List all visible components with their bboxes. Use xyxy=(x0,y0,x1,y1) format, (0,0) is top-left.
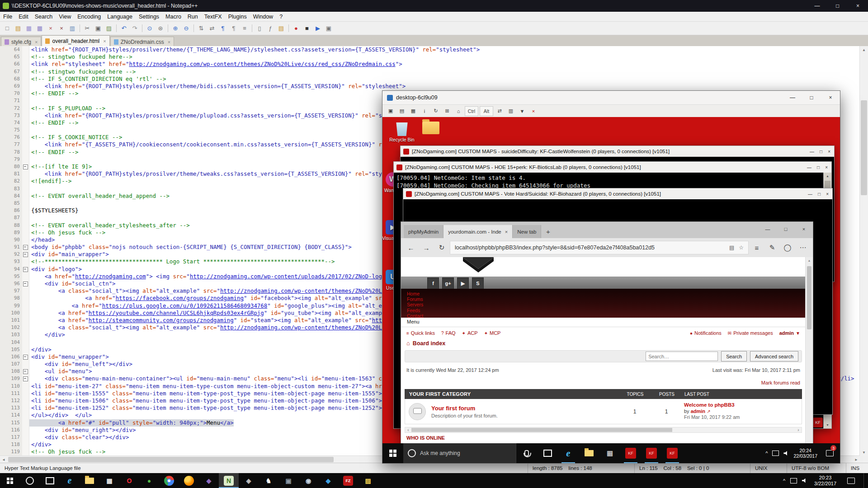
nav-link-contact[interactable]: Contact xyxy=(401,313,806,319)
connection-info-icon[interactable]: i xyxy=(419,107,430,116)
code-line-64[interactable]: 64<link href="{ROOT_PATH}styles/prosilve… xyxy=(0,46,860,53)
remote-clock[interactable]: 20:24 22/03/2017 xyxy=(793,448,817,459)
sync-vertical-icon[interactable]: ⇅ xyxy=(196,23,206,33)
paste-icon[interactable]: ▨ xyxy=(104,23,114,33)
save-icon[interactable]: ▦ xyxy=(24,23,34,33)
zoom-in-icon[interactable]: ⊕ xyxy=(170,23,180,33)
nav-link-servers[interactable]: Servers xyxy=(401,302,806,307)
display-icon[interactable] xyxy=(772,450,779,456)
tab-close-icon[interactable]: × xyxy=(505,229,508,235)
mcp-link[interactable]: ✦ MCP xyxy=(484,330,501,336)
code-line-65[interactable]: 65<!-- stingtwo fuckuped here--> xyxy=(0,53,860,61)
remote-desktop[interactable]: Recycle Bin W Wamp... ▶ Visual C... U Us… xyxy=(382,117,840,443)
web-note-icon[interactable]: ✎ xyxy=(765,240,779,255)
minimize-button[interactable]: — xyxy=(810,149,814,154)
tab-close-icon[interactable]: × xyxy=(168,39,170,45)
microphone-button[interactable] xyxy=(516,443,537,463)
table-horizontal-scrollbar[interactable]: ‹ › xyxy=(405,427,802,433)
scroll-down-icon[interactable]: ▼ xyxy=(824,422,831,428)
close-button[interactable]: × xyxy=(826,192,829,197)
maximize-button[interactable]: □ xyxy=(817,165,820,170)
volume-icon[interactable] xyxy=(802,479,807,483)
tray-expand-icon[interactable]: ^ xyxy=(783,478,785,483)
full-screen-icon[interactable]: ⊞ xyxy=(442,107,453,116)
send-ctrl-alt-del-icon[interactable]: ⌂ xyxy=(453,107,464,116)
host-clock[interactable]: 20:23 3/22/2017 xyxy=(812,475,838,487)
nav-link-home[interactable]: Home xyxy=(401,289,806,296)
refresh-button[interactable]: ↻ xyxy=(434,240,449,255)
taskbar-icon-yellow-app[interactable]: ▨ xyxy=(358,473,378,488)
faq-link[interactable]: ? FAQ xyxy=(441,330,456,336)
scroll-up-icon[interactable]: ▲ xyxy=(860,46,868,53)
taskbar-icon-chrome[interactable] xyxy=(159,473,179,488)
display-icon[interactable] xyxy=(790,478,797,483)
folder-as-workspace-icon[interactable]: ▤ xyxy=(276,23,286,33)
npp-menu-0[interactable]: File xyxy=(0,14,15,20)
indent-guide-icon[interactable]: ≡ xyxy=(240,23,250,33)
remote-taskbar-icon-edge[interactable]: e xyxy=(558,443,579,463)
redo-icon[interactable]: ↷ xyxy=(130,23,140,33)
taskbar-icon-store[interactable]: ▦ xyxy=(99,473,119,488)
taskbar-icon-blue-app[interactable]: ◆ xyxy=(318,473,338,488)
maximize-button[interactable]: □ xyxy=(820,149,822,154)
minimize-button[interactable]: — xyxy=(808,192,812,197)
fold-marker-icon[interactable] xyxy=(22,375,29,382)
google-plus-icon[interactable]: g+ xyxy=(442,277,454,289)
scroll-right-icon[interactable]: › xyxy=(795,427,802,432)
new-file-icon[interactable]: □ xyxy=(2,23,12,33)
taskbar-icon-notepad-plus-plus[interactable]: N xyxy=(219,473,239,488)
nav-link-forums[interactable]: Forums xyxy=(401,296,806,302)
share-icon[interactable]: ◯ xyxy=(780,240,795,255)
hub-icon[interactable]: ≡ xyxy=(750,240,764,255)
taskbar-icon-edge[interactable]: e xyxy=(60,473,80,488)
show-desktop-button[interactable] xyxy=(863,473,866,488)
remote-taskbar-icon-kf-server-1[interactable]: KF xyxy=(620,443,641,463)
npp-menu-5[interactable]: Language xyxy=(104,14,136,20)
remote-taskbar-icon-file-explorer[interactable] xyxy=(579,443,599,463)
alt-key-icon[interactable]: Alt xyxy=(480,106,493,116)
close-button[interactable]: × xyxy=(821,91,840,104)
remote-taskbar-icon-store[interactable]: ▦ xyxy=(599,443,620,463)
notifications-link[interactable]: ● Notifications xyxy=(690,330,722,336)
npp-menu-1[interactable]: Edit xyxy=(15,14,32,20)
search-button[interactable]: Search xyxy=(721,351,747,361)
disconnect-icon[interactable]: × xyxy=(528,107,539,116)
facebook-icon[interactable]: f xyxy=(427,277,439,289)
code-line-67[interactable]: 67<!-- stingtwo fuckuped here --> xyxy=(0,68,860,75)
tray-expand-icon[interactable]: ^ xyxy=(765,450,768,456)
editor-vertical-scrollbar[interactable]: ▲ ▼ xyxy=(859,46,868,456)
fold-marker-icon[interactable] xyxy=(22,163,29,170)
action-center-button[interactable] xyxy=(843,473,859,488)
taskbar-icon-chess-app[interactable]: ♞ xyxy=(259,473,278,488)
code-line-69[interactable]: 69 <link href="{ROOT_PATH}styles/prosilv… xyxy=(0,83,860,90)
znod-logo[interactable] xyxy=(460,257,497,276)
fold-marker-icon[interactable] xyxy=(22,353,29,361)
maximize-button[interactable]: □ xyxy=(802,91,821,104)
sync-horizontal-icon[interactable]: ⇄ xyxy=(207,23,217,33)
kf-server-2-titlebar[interactable]: [ZNoDgaming.com] CUSTOM MAPS - HOE 15+pe… xyxy=(394,162,831,173)
taskbar-icon-filezilla[interactable]: FZ xyxy=(338,473,358,488)
scroll-left-icon[interactable]: ‹ xyxy=(405,427,411,432)
npp-tab-2[interactable]: ZNoDredmain.css× xyxy=(110,37,174,47)
close-button[interactable]: × xyxy=(828,149,830,154)
cut-icon[interactable]: ✂ xyxy=(82,23,92,33)
scroll-left-icon[interactable]: ◄ xyxy=(0,456,7,463)
more-icon[interactable]: ⋯ xyxy=(796,240,810,255)
npp-menu-7[interactable]: Macro xyxy=(162,14,184,20)
fold-marker-icon[interactable] xyxy=(22,266,29,273)
npp-tab-0[interactable]: style.cfg× xyxy=(1,37,41,47)
browser-tab-new-tab[interactable]: New tab xyxy=(513,225,541,238)
browser-tab-yourdomain[interactable]: yourdomain.com - Inde × xyxy=(443,225,513,238)
remote-search-box[interactable]: Ask me anything xyxy=(403,443,516,463)
task-view-button[interactable] xyxy=(537,443,558,463)
show-all-characters-icon[interactable]: ¶ xyxy=(229,23,239,33)
open-file-icon[interactable]: ▤ xyxy=(13,23,23,33)
taskbar-icon-green-app[interactable]: ● xyxy=(139,473,159,488)
scrollbar-thumb[interactable] xyxy=(411,428,672,432)
npp-menu-2[interactable]: Search xyxy=(32,14,56,20)
last-post-user-link[interactable]: admin xyxy=(691,408,705,414)
search-input[interactable] xyxy=(646,352,718,361)
npp-menu-10[interactable]: Plugins xyxy=(225,14,250,20)
desktop-icon-folder[interactable] xyxy=(417,122,445,135)
quick-links-menu[interactable]: ≡ Quick links xyxy=(406,330,435,336)
